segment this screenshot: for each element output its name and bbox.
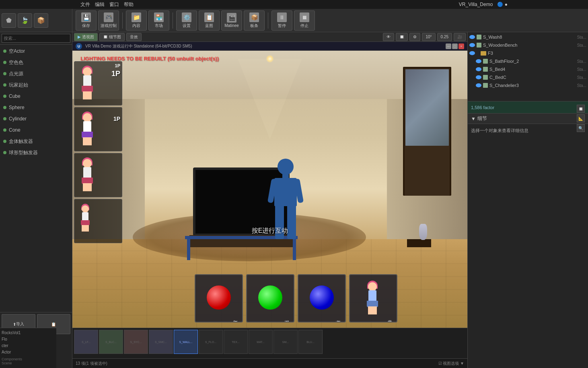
app-title: VR_Villa_Demo 🔵 ●	[459, 0, 508, 9]
sidebar-item-player-start[interactable]: 玩家起始	[0, 79, 72, 91]
asset-thumb-6[interactable]: S_FLO...	[199, 330, 223, 354]
search-input[interactable]	[2, 34, 70, 43]
toolbar-game-control[interactable]: 🎮 游戏控制	[98, 10, 119, 31]
list-item-4[interactable]: S_Wash8 Sta...	[468, 33, 588, 41]
toolbar-settings[interactable]: ⚙️ 设置	[176, 10, 197, 31]
list-item-9[interactable]: S_Chandelier3 Sta...	[468, 81, 588, 89]
save-icon: 💾	[81, 12, 91, 22]
sidebar-dot-3	[3, 72, 6, 75]
properties-dropdown[interactable]: ▼	[471, 116, 476, 122]
item-state-4: Sta...	[577, 35, 586, 39]
sidebar-item-light[interactable]: 点光源	[0, 68, 72, 79]
toolbar-content[interactable]: 📁 内容	[126, 10, 147, 31]
menu-window[interactable]: 窗口	[109, 1, 119, 8]
asset-thumb-2[interactable]: S_BLC...	[99, 330, 123, 354]
vp-perspective[interactable]: ▶ 透视图	[74, 33, 98, 41]
inventory-slot-char[interactable]: 道具	[349, 274, 397, 323]
asset-thumb-10[interactable]: BLU...	[298, 330, 323, 354]
asset-thumb-1[interactable]: S_LF...	[74, 330, 98, 354]
toolbar-pause[interactable]: ⏸ 暂停	[271, 10, 292, 31]
list-item-8[interactable]: C_BedC Sta...	[468, 73, 588, 81]
sidebar-tool-3[interactable]: 📦	[34, 13, 48, 28]
window-controls: ─ □ ×	[446, 43, 464, 49]
inventory-slot-blue[interactable]: 蓝色	[298, 274, 346, 323]
toolbar-separator-1	[122, 12, 123, 29]
char-card-3[interactable]: 选择模式	[74, 153, 122, 197]
folder-icon	[481, 51, 486, 56]
sidebar-items: 空Actor 空色色 点光源 玩家起始 Cube Sphere Cylinder	[0, 45, 72, 159]
sidebar-item-color[interactable]: 空色色	[0, 57, 72, 68]
eye-icon-5	[469, 43, 475, 47]
scene-item-2[interactable]: Flo	[2, 336, 55, 343]
vp-detail[interactable]: 🔲 细节图	[99, 33, 125, 41]
menu-edit[interactable]: 编辑	[95, 1, 105, 8]
vp-grid-value[interactable]: 10°	[422, 33, 435, 41]
toolbar-matinee[interactable]: 🎬 Matinee	[221, 10, 242, 31]
asset-thumb-9[interactable]: SM...	[273, 330, 298, 354]
toolbar-marketplace[interactable]: 🏪 市场	[148, 10, 169, 31]
vp-ctrl-2[interactable]: 🔲	[396, 33, 408, 41]
game-control-icon: 🎮	[104, 12, 113, 22]
vp-ctrl-1[interactable]: 👁	[383, 33, 394, 41]
asset-thumb-8[interactable]: MAT...	[249, 330, 273, 354]
list-item-7[interactable]: S_Bed4 Sta...	[468, 65, 588, 73]
scene-item-3[interactable]: cter	[2, 343, 55, 349]
asset-thumb-4[interactable]: S_SMC...	[149, 330, 173, 354]
vp-ctrl-3[interactable]: ⚙	[409, 33, 420, 41]
char-card-4[interactable]: 退出游戏	[74, 199, 122, 243]
vp-audio[interactable]: 音效	[126, 33, 142, 41]
ue-logo: U	[76, 43, 82, 50]
right-icon-1[interactable]: 🔲	[577, 105, 585, 113]
window-maximize[interactable]: □	[452, 43, 458, 49]
content-icon: 📁	[132, 12, 141, 22]
components-label: Components	[2, 357, 55, 361]
list-item-folder[interactable]: F3	[468, 49, 588, 57]
sidebar-tool-1[interactable]: ⬟	[2, 13, 16, 28]
right-panel: 标签 🔍 × S_Wash5 Sta... S_Wash6 Sta... S_W…	[467, 0, 588, 368]
asset-thumb-3[interactable]: S_SYC...	[124, 330, 148, 354]
scene-list: RocksVol1 Flo cter Actor Components Scen…	[0, 328, 56, 368]
window-close[interactable]: ×	[458, 43, 464, 49]
item-state-9: Sta...	[577, 83, 586, 88]
vp-scale-value[interactable]: 0.25	[437, 33, 452, 41]
sidebar-dot-5	[3, 95, 6, 98]
menu-file[interactable]: 文件	[80, 1, 90, 8]
right-icon-2[interactable]: 📐	[577, 114, 585, 122]
vp-ctrl-4[interactable]: 🎥	[454, 33, 466, 41]
items-count: 13 项(1 项被选中)	[76, 361, 107, 366]
scene-item-4[interactable]: Actor	[2, 349, 55, 356]
right-icon-3[interactable]: 🔍	[577, 124, 585, 132]
interact-prompt: 按E进行互动	[252, 227, 288, 235]
asset-thumb-7[interactable]: TEX...	[224, 330, 248, 354]
sidebar-item-box-trigger[interactable]: 盒体触发器	[0, 136, 72, 147]
view-options[interactable]: ☑ 视图选项 ▼	[438, 361, 464, 366]
asset-thumb-5[interactable]: S_WALL...	[174, 330, 198, 354]
toolbar-stop[interactable]: ⏹ 停止	[294, 10, 315, 31]
stop-icon: ⏹	[300, 12, 309, 22]
toolbar-save[interactable]: 💾 保存	[76, 10, 97, 31]
toolbar-board[interactable]: 📦 板条	[244, 10, 265, 31]
sidebar-item-cylinder[interactable]: Cylinder	[0, 113, 72, 124]
inventory-slot-red[interactable]: 红色	[195, 274, 243, 323]
window-minimize[interactable]: ─	[446, 43, 451, 49]
spotlight-beam	[238, 59, 302, 139]
char-card-1[interactable]: 1P 1P 出场模式	[74, 61, 122, 105]
list-item-5[interactable]: S_WoodenBench Sta...	[468, 41, 588, 49]
properties-placeholder: 选择一个对象来查看详细信息	[471, 128, 528, 133]
char-label-1: 1P	[115, 63, 120, 68]
sidebar-tool-2[interactable]: 🍃	[18, 13, 32, 28]
char-card-2[interactable]: 1P 出场模式	[74, 107, 122, 151]
inventory-slot-green[interactable]: 绿色	[246, 274, 294, 323]
toolbar-blueprint[interactable]: 📋 蓝图	[199, 10, 220, 31]
sidebar-item-sphere-trigger[interactable]: 球形型触发器	[0, 147, 72, 158]
sidebar-item-cube[interactable]: Cube	[0, 91, 72, 102]
sidebar-item-actor[interactable]: 空Actor	[0, 45, 72, 57]
sidebar-dot-9	[3, 140, 6, 143]
vase	[419, 224, 427, 240]
sidebar-item-sphere[interactable]: Sphere	[0, 102, 72, 113]
menu-help[interactable]: 帮助	[124, 1, 134, 8]
bottom-status-bar: 13 项(1 项被选中) ☑ 视图选项 ▼	[72, 358, 467, 368]
scene-item-1[interactable]: RocksVol1	[2, 330, 55, 336]
sidebar-item-cone[interactable]: Cone	[0, 124, 72, 136]
list-item-6[interactable]: S_BathFloor_2 Sta...	[468, 57, 588, 65]
